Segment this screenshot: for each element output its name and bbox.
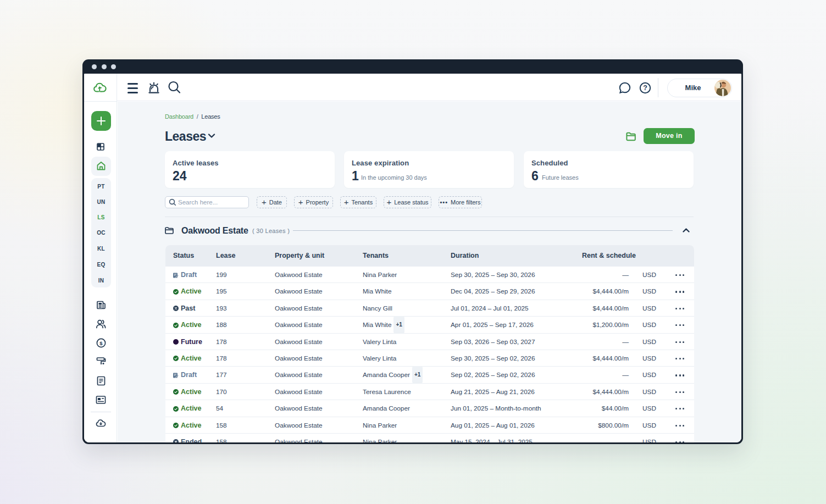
svg-text:?: ?	[643, 84, 647, 92]
svg-text:$: $	[99, 340, 103, 346]
